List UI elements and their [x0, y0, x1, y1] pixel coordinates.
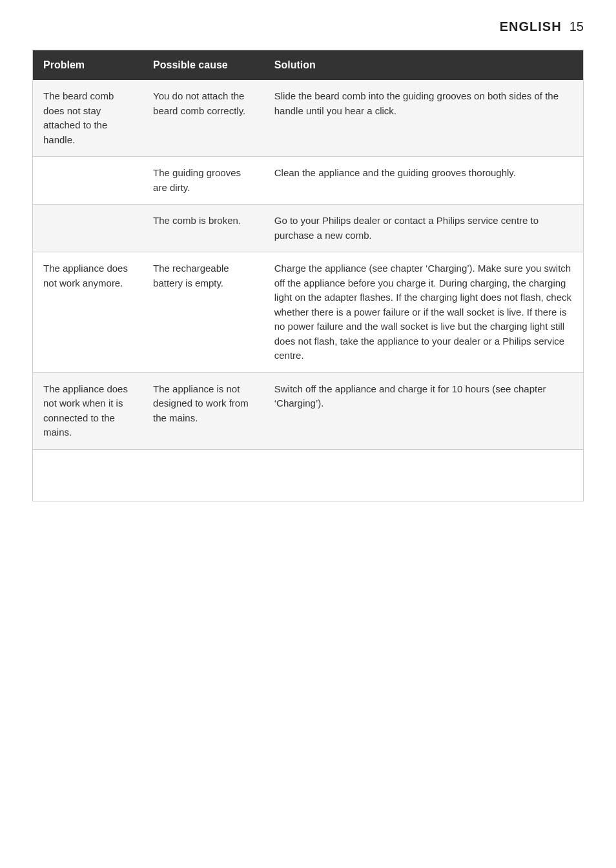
cell-solution: Clean the appliance and the guiding groo… — [264, 157, 584, 205]
cell-cause: You do not attach the beard comb correct… — [143, 80, 264, 157]
language-label: ENGLISH — [500, 19, 562, 34]
cell-cause: The comb is broken. — [143, 205, 264, 252]
cell-problem — [33, 205, 143, 252]
page-number: 15 — [570, 19, 584, 34]
cell-problem: The beard comb does not stay attached to… — [33, 80, 143, 157]
cell-solution: Slide the beard comb into the guiding gr… — [264, 80, 584, 157]
cell-cause: The guiding grooves are dirty. — [143, 157, 264, 205]
cell-solution — [264, 449, 584, 501]
table-row: The comb is broken.Go to your Philips de… — [33, 205, 584, 252]
table-header-row: Problem Possible cause Solution — [33, 50, 584, 81]
cell-problem: The appliance does not work when it is c… — [33, 372, 143, 449]
cell-cause: The rechargeable battery is empty. — [143, 252, 264, 373]
table-row: The appliance does not work when it is c… — [33, 372, 584, 449]
table-row: The beard comb does not stay attached to… — [33, 80, 584, 157]
column-header-solution: Solution — [264, 50, 584, 81]
table-row — [33, 449, 584, 501]
cell-cause: The appliance is not designed to work fr… — [143, 372, 264, 449]
page-header: ENGLISH 15 — [32, 19, 584, 34]
page: ENGLISH 15 Problem Possible cause Soluti… — [0, 0, 616, 540]
cell-problem: The appliance does not work anymore. — [33, 252, 143, 373]
table-row: The guiding grooves are dirty.Clean the … — [33, 157, 584, 205]
cell-cause — [143, 449, 264, 501]
cell-solution: Go to your Philips dealer or contact a P… — [264, 205, 584, 252]
cell-solution: Charge the appliance (see chapter ‘Charg… — [264, 252, 584, 373]
troubleshooting-table: Problem Possible cause Solution The bear… — [32, 50, 584, 501]
cell-problem — [33, 449, 143, 501]
column-header-problem: Problem — [33, 50, 143, 81]
cell-problem — [33, 157, 143, 205]
column-header-cause: Possible cause — [143, 50, 264, 81]
cell-solution: Switch off the appliance and charge it f… — [264, 372, 584, 449]
table-row: The appliance does not work anymore.The … — [33, 252, 584, 373]
